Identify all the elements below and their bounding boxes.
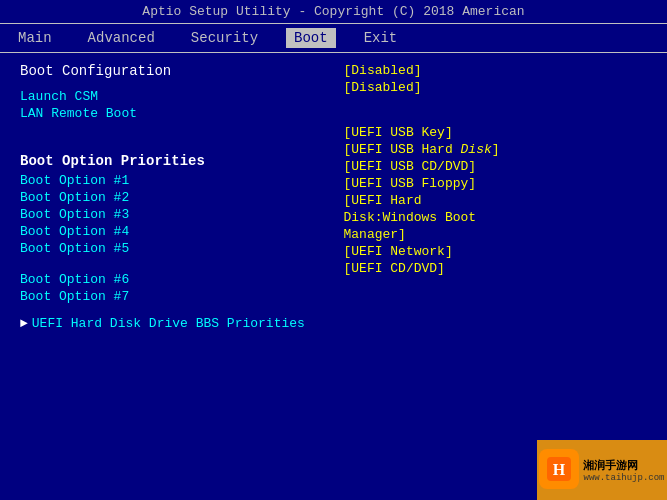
menu-bar: Main Advanced Security Boot Exit (0, 24, 667, 53)
lan-remote-boot-label[interactable]: LAN Remote Boot (20, 106, 324, 121)
menu-item-exit[interactable]: Exit (356, 28, 406, 48)
boot-val-5c: Manager] (344, 227, 648, 242)
boot-val-2: [UEFI USB Hard Disk] (344, 142, 648, 157)
boot-option-7-label[interactable]: Boot Option #7 (20, 289, 324, 304)
title-bar: Aptio Setup Utility - Copyright (C) 2018… (0, 0, 667, 24)
section-title: Boot Configuration (20, 63, 324, 79)
watermark-inner: H 湘润手游网 www.taihujp.com (539, 449, 664, 491)
boot-values: [UEFI USB Key] [UEFI USB Hard Disk] [UEF… (344, 125, 648, 276)
brand-name: 湘润手游网 (583, 458, 664, 473)
menu-item-security[interactable]: Security (183, 28, 266, 48)
logo-svg: H (545, 455, 573, 483)
boot-val-1: [UEFI USB Key] (344, 125, 648, 140)
watermark-brand-text: 湘润手游网 www.taihujp.com (583, 458, 664, 483)
svg-text:H: H (553, 461, 566, 478)
launch-csm-value: [Disabled] (344, 63, 648, 78)
boot-option-5-label[interactable]: Boot Option #5 (20, 241, 324, 256)
boot-option-1-label[interactable]: Boot Option #1 (20, 173, 324, 188)
lan-remote-boot-value: [Disabled] (344, 80, 648, 95)
menu-item-advanced[interactable]: Advanced (80, 28, 163, 48)
boot-val-5b: Disk:Windows Boot (344, 210, 648, 225)
watermark: H 湘润手游网 www.taihujp.com (537, 440, 667, 500)
launch-csm-label[interactable]: Launch CSM (20, 89, 324, 104)
submenu-arrow: ► (20, 316, 28, 331)
boot-val-4: [UEFI USB Floppy] (344, 176, 648, 191)
boot-val-6: [UEFI Network] (344, 244, 648, 259)
boot-option-4-label[interactable]: Boot Option #4 (20, 224, 324, 239)
boot-priorities-header: Boot Option Priorities (20, 153, 324, 169)
boot-val-5a: [UEFI Hard (344, 193, 648, 208)
left-panel: Boot Configuration Launch CSM LAN Remote… (20, 63, 334, 483)
menu-item-main[interactable]: Main (10, 28, 60, 48)
boot-val-3: [UEFI USB CD/DVD] (344, 159, 648, 174)
menu-item-boot[interactable]: Boot (286, 28, 336, 48)
boot-option-2-label[interactable]: Boot Option #2 (20, 190, 324, 205)
right-panel: [Disabled] [Disabled] [UEFI USB Key] [UE… (334, 63, 648, 483)
submenu-label: UEFI Hard Disk Drive BBS Priorities (32, 316, 305, 331)
uefi-hdd-submenu[interactable]: ► UEFI Hard Disk Drive BBS Priorities (20, 316, 324, 331)
brand-url: www.taihujp.com (583, 473, 664, 483)
watermark-logo: H (539, 449, 579, 489)
boot-option-3-label[interactable]: Boot Option #3 (20, 207, 324, 222)
title-text: Aptio Setup Utility - Copyright (C) 2018… (142, 4, 524, 19)
boot-option-6-label[interactable]: Boot Option #6 (20, 272, 324, 287)
boot-val-7: [UEFI CD/DVD] (344, 261, 648, 276)
main-content: Boot Configuration Launch CSM LAN Remote… (0, 53, 667, 493)
